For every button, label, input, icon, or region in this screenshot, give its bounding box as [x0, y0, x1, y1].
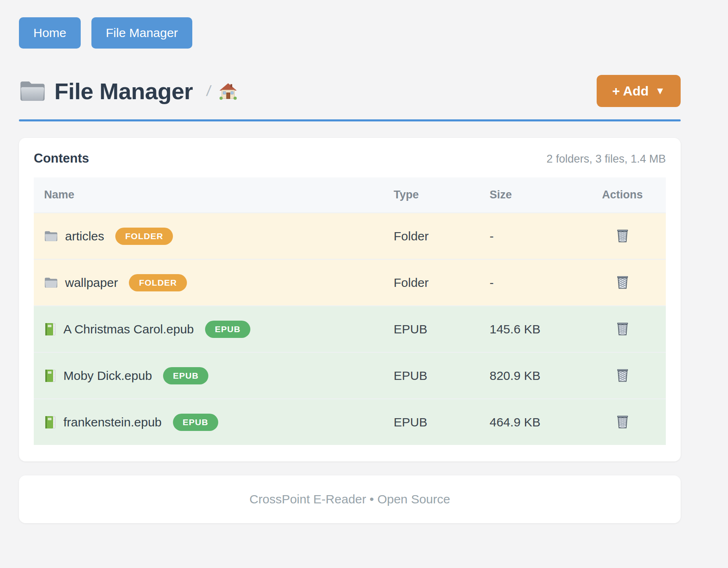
nav-home-button[interactable]: Home — [19, 17, 81, 49]
folder-icon — [19, 79, 46, 102]
breadcrumb-separator: / — [205, 82, 212, 100]
file-type-badge: FOLDER — [115, 228, 173, 245]
file-actions-cell — [579, 412, 666, 432]
table-row: A Christmas Carol.epub EPUB EPUB 145.6 K… — [34, 305, 666, 352]
table-body: articles FOLDER Folder - — [34, 212, 666, 445]
top-nav: Home File Manager — [19, 17, 681, 49]
footer-text: CrossPoint E-Reader • Open Source — [250, 492, 450, 506]
page-header: File Manager / + Add ▼ — [19, 75, 681, 107]
green-book-icon — [44, 322, 56, 336]
files-table: Name Type Size Actions articles FOLDER F… — [34, 177, 666, 445]
file-actions-cell — [579, 319, 666, 339]
page: Home File Manager File Manager / — [0, 0, 728, 540]
contents-card: Contents 2 folders, 3 files, 1.4 MB Name… — [19, 138, 681, 461]
chevron-down-icon: ▼ — [655, 86, 665, 96]
page-title: File Manager — [54, 78, 193, 105]
column-header-name: Name — [34, 189, 394, 201]
green-book-icon — [44, 415, 56, 429]
wastebasket-icon — [616, 377, 630, 384]
file-name-cell: wallpaper FOLDER — [34, 274, 394, 291]
house-icon[interactable] — [219, 82, 237, 100]
folder-icon — [44, 277, 58, 289]
table-row: wallpaper FOLDER Folder - — [34, 259, 666, 305]
file-actions-cell — [579, 366, 666, 385]
file-size: - — [490, 276, 579, 290]
delete-button[interactable] — [614, 319, 631, 339]
file-name-cell: articles FOLDER — [34, 228, 394, 245]
column-header-size: Size — [490, 189, 579, 201]
file-type-badge: EPUB — [173, 414, 218, 431]
folder-icon — [44, 230, 58, 242]
delete-button[interactable] — [614, 366, 631, 385]
file-actions-cell — [579, 273, 666, 292]
file-actions-cell — [579, 226, 666, 246]
file-type: Folder — [394, 276, 490, 290]
file-type: EPUB — [394, 322, 490, 336]
delete-button[interactable] — [614, 273, 631, 292]
table-row: frankenstein.epub EPUB EPUB 464.9 KB — [34, 398, 666, 445]
file-type-badge: EPUB — [163, 367, 208, 384]
file-type: EPUB — [394, 369, 490, 383]
file-size: 145.6 KB — [490, 322, 579, 336]
contents-summary: 2 folders, 3 files, 1.4 MB — [546, 153, 666, 165]
wastebasket-icon — [616, 238, 630, 244]
title-wrap: File Manager / — [19, 78, 237, 105]
footer-card: CrossPoint E-Reader • Open Source — [19, 475, 681, 523]
column-header-type: Type — [394, 189, 490, 201]
file-name[interactable]: Moby Dick.epub — [63, 369, 152, 383]
table-row: Moby Dick.epub EPUB EPUB 820.9 KB — [34, 352, 666, 398]
file-name[interactable]: frankenstein.epub — [63, 415, 162, 429]
add-button[interactable]: + Add ▼ — [597, 75, 681, 107]
column-header-actions: Actions — [579, 189, 666, 201]
nav-file-manager-button[interactable]: File Manager — [91, 17, 192, 49]
contents-heading: Contents — [34, 151, 89, 166]
file-size: 820.9 KB — [490, 369, 579, 383]
file-type: EPUB — [394, 415, 490, 429]
delete-button[interactable] — [614, 226, 631, 246]
file-name-cell: Moby Dick.epub EPUB — [34, 367, 394, 384]
table-header-row: Name Type Size Actions — [34, 177, 666, 212]
file-size: 464.9 KB — [490, 415, 579, 429]
file-type-badge: FOLDER — [129, 274, 187, 291]
wastebasket-icon — [616, 284, 630, 291]
file-size: - — [490, 229, 579, 243]
green-book-icon — [44, 369, 56, 383]
file-name[interactable]: articles — [65, 229, 104, 243]
wastebasket-icon — [616, 424, 630, 430]
file-name-cell: A Christmas Carol.epub EPUB — [34, 321, 394, 338]
file-name[interactable]: wallpaper — [65, 276, 118, 290]
delete-button[interactable] — [614, 412, 631, 432]
title-divider — [19, 119, 681, 121]
contents-card-head: Contents 2 folders, 3 files, 1.4 MB — [34, 151, 666, 166]
add-button-label: + Add — [612, 84, 649, 99]
file-type-badge: EPUB — [205, 321, 250, 338]
file-name[interactable]: A Christmas Carol.epub — [63, 322, 194, 336]
wastebasket-icon — [616, 331, 630, 337]
file-type: Folder — [394, 229, 490, 243]
file-name-cell: frankenstein.epub EPUB — [34, 414, 394, 431]
table-row: articles FOLDER Folder - — [34, 212, 666, 259]
